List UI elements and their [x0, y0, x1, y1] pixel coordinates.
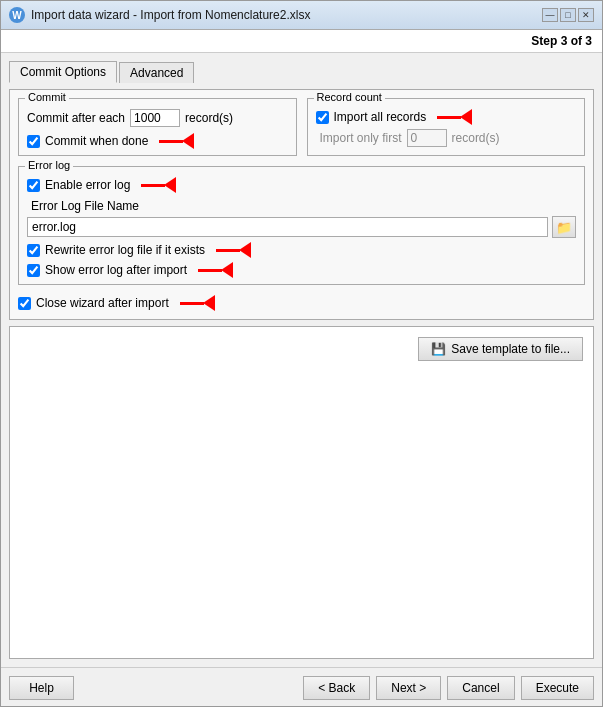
error-log-title: Error log	[25, 159, 73, 171]
enable-error-log-arrow	[141, 177, 176, 193]
error-log-file-input[interactable]	[27, 217, 548, 237]
title-bar-left: W Import data wizard - Import from Nomen…	[9, 7, 310, 23]
tab-commit-options[interactable]: Commit Options	[9, 61, 117, 83]
commit-after-row: Commit after each record(s)	[27, 109, 288, 127]
minimize-button[interactable]: —	[542, 8, 558, 22]
show-log-arrow	[198, 262, 233, 278]
record-count-inner: Import all records Import only first rec…	[316, 109, 577, 147]
show-log-row: Show error log after import	[27, 262, 576, 278]
import-first-row: Import only first record(s)	[320, 129, 577, 147]
footer: Help < Back Next > Cancel Execute	[1, 667, 602, 706]
close-wizard-checkbox[interactable]	[18, 297, 31, 310]
rewrite-arrow	[216, 242, 251, 258]
show-log-checkbox[interactable]	[27, 264, 40, 277]
commit-when-done-arrow	[159, 133, 194, 149]
commit-when-done-row: Commit when done	[27, 133, 288, 149]
footer-right: < Back Next > Cancel Execute	[303, 676, 594, 700]
import-only-first-input[interactable]	[407, 129, 447, 147]
title-bar-controls: — □ ✕	[542, 8, 594, 22]
save-template-button[interactable]: 💾 Save template to file...	[418, 337, 583, 361]
import-all-row: Import all records	[316, 109, 577, 125]
rewrite-checkbox[interactable]	[27, 244, 40, 257]
bottom-panel: 💾 Save template to file...	[9, 326, 594, 659]
record-count-title: Record count	[314, 91, 385, 103]
enable-error-log-checkbox[interactable]	[27, 179, 40, 192]
close-wizard-label: Close wizard after import	[36, 296, 169, 310]
top-row: Commit Commit after each record(s) Commi…	[18, 98, 585, 156]
cancel-button[interactable]: Cancel	[447, 676, 514, 700]
browse-button[interactable]: 📁	[552, 216, 576, 238]
rewrite-label: Rewrite error log file if it exists	[45, 243, 205, 257]
browse-icon: 📁	[556, 220, 572, 235]
close-wizard-arrow	[180, 295, 215, 311]
commit-after-input[interactable]	[130, 109, 180, 127]
import-all-arrow	[437, 109, 472, 125]
window-title: Import data wizard - Import from Nomencl…	[31, 8, 310, 22]
main-window: W Import data wizard - Import from Nomen…	[0, 0, 603, 707]
execute-button[interactable]: Execute	[521, 676, 594, 700]
rewrite-row: Rewrite error log file if it exists	[27, 242, 576, 258]
import-only-first-label: Import only first	[320, 131, 402, 145]
commit-record-s-label: record(s)	[185, 111, 233, 125]
import-all-checkbox[interactable]	[316, 111, 329, 124]
tabs-container: Commit Options Advanced	[9, 61, 594, 83]
import-record-s-label: record(s)	[452, 131, 500, 145]
step-bar: Step 3 of 3	[1, 30, 602, 53]
import-all-label: Import all records	[334, 110, 427, 124]
error-log-group: Error log Enable error log Error Log Fil…	[18, 166, 585, 285]
maximize-button[interactable]: □	[560, 8, 576, 22]
step-label: Step 3 of 3	[531, 34, 592, 48]
commit-when-done-label: Commit when done	[45, 134, 148, 148]
enable-error-log-label: Enable error log	[45, 178, 130, 192]
commit-group-title: Commit	[25, 91, 69, 103]
close-button[interactable]: ✕	[578, 8, 594, 22]
tab-advanced[interactable]: Advanced	[119, 62, 194, 83]
error-log-file-row: 📁	[27, 216, 576, 238]
app-icon: W	[9, 7, 25, 23]
commit-when-done-checkbox[interactable]	[27, 135, 40, 148]
next-button[interactable]: Next >	[376, 676, 441, 700]
title-bar: W Import data wizard - Import from Nomen…	[1, 1, 602, 30]
content-area: Commit Options Advanced Commit Commit af…	[1, 53, 602, 667]
commit-after-label: Commit after each	[27, 111, 125, 125]
save-template-icon: 💾	[431, 342, 446, 356]
commit-group: Commit Commit after each record(s) Commi…	[18, 98, 297, 156]
record-count-group: Record count Import all records Import o…	[307, 98, 586, 156]
help-button[interactable]: Help	[9, 676, 74, 700]
show-log-label: Show error log after import	[45, 263, 187, 277]
main-panel: Commit Commit after each record(s) Commi…	[9, 89, 594, 320]
save-template-label: Save template to file...	[451, 342, 570, 356]
error-log-file-label-text: Error Log File Name	[31, 199, 576, 213]
back-button[interactable]: < Back	[303, 676, 370, 700]
enable-error-log-row: Enable error log	[27, 177, 576, 193]
close-wizard-row: Close wizard after import	[18, 295, 585, 311]
